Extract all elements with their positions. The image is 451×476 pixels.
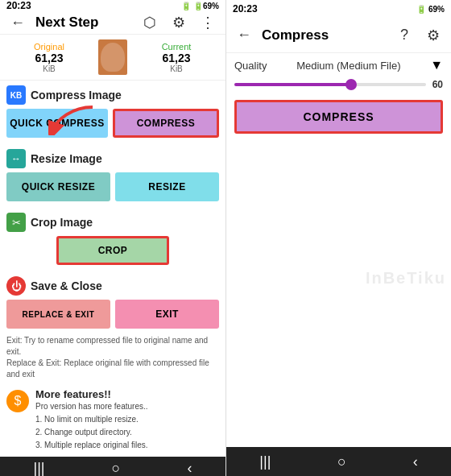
compress-button[interactable]: COMPRESS bbox=[113, 109, 219, 138]
avatar-face bbox=[101, 43, 125, 72]
save-buttons: REPLACE & EXIT EXIT bbox=[6, 300, 219, 329]
nav-home-left[interactable]: ○ bbox=[102, 457, 130, 476]
nav-back-right[interactable]: ‹ bbox=[403, 450, 428, 474]
compress-header: KB Compress Image bbox=[6, 85, 219, 105]
top-bar-left: ← Next Step ⬡ ⚙ ⋮ bbox=[0, 11, 226, 35]
resize-icon: ↔ bbox=[6, 149, 26, 168]
file-info-bar: Original 61,23 KiB Current 61,23 KiB bbox=[0, 35, 226, 81]
slider-thumb[interactable] bbox=[345, 79, 357, 90]
crop-title: Crop Image bbox=[31, 216, 93, 229]
status-bar-left: 20:23 🔋 🔋69% bbox=[0, 0, 226, 11]
original-info: Original 61,23 KiB bbox=[6, 42, 92, 73]
page-title-right: Compress bbox=[262, 27, 387, 43]
slider-row: 60 bbox=[226, 77, 451, 95]
more-item-0: Pro version has more features.. bbox=[35, 400, 148, 413]
slider-value: 60 bbox=[432, 79, 443, 90]
compress-button-right[interactable]: COMPRESS bbox=[234, 100, 443, 134]
crop-button[interactable]: CROP bbox=[56, 236, 169, 265]
original-label: Original bbox=[34, 42, 64, 52]
save-icon: ⏻ bbox=[6, 276, 26, 296]
replace-exit-button[interactable]: REPLACE & EXIT bbox=[6, 300, 110, 329]
battery-icon-left: 🔋 bbox=[181, 2, 191, 10]
current-unit: KiB bbox=[170, 64, 183, 73]
status-icons-right: 🔋 69% bbox=[416, 5, 445, 14]
current-label: Current bbox=[162, 42, 192, 52]
quality-slider-track[interactable] bbox=[234, 83, 426, 86]
slider-fill bbox=[234, 83, 350, 86]
quick-resize-button[interactable]: QUICK RESIZE bbox=[6, 172, 110, 201]
left-panel: 20:23 🔋 🔋69% ← Next Step ⬡ ⚙ ⋮ Original … bbox=[0, 0, 226, 476]
battery-pct-right: 69% bbox=[428, 5, 445, 14]
more-features-section: $ More features!! Pro version has more f… bbox=[0, 383, 226, 457]
avatar-thumbnail bbox=[98, 39, 127, 75]
nav-menu-left[interactable]: ||| bbox=[24, 457, 55, 476]
save-header: ⏻ Save & Close bbox=[6, 276, 219, 296]
time-left: 20:23 bbox=[6, 0, 31, 11]
resize-button[interactable]: RESIZE bbox=[115, 172, 219, 201]
resize-section: ↔ Resize Image QUICK RESIZE RESIZE bbox=[0, 144, 226, 205]
share-icon[interactable]: ⬡ bbox=[139, 11, 161, 34]
crop-icon: ✂ bbox=[6, 213, 26, 232]
nav-home-right[interactable]: ○ bbox=[328, 450, 356, 474]
more-icon[interactable]: ⋮ bbox=[197, 11, 219, 34]
watermark: InBeTiku bbox=[226, 266, 451, 320]
more-features-title: More features!! bbox=[35, 388, 148, 400]
settings-icon-left[interactable]: ⚙ bbox=[168, 11, 190, 34]
save-section: ⏻ Save & Close REPLACE & EXIT EXIT bbox=[0, 271, 226, 332]
bottom-nav-left: ||| ○ ‹ bbox=[0, 457, 226, 476]
right-panel: 20:23 🔋 69% ← Compress ? ⚙ Quality Mediu… bbox=[226, 0, 451, 476]
battery-pct-left: 🔋69% bbox=[193, 2, 219, 10]
crop-buttons: CROP bbox=[6, 236, 219, 265]
page-title-left: Next Step bbox=[35, 14, 132, 31]
crop-header: ✂ Crop Image bbox=[6, 213, 219, 232]
compress-section: KB Compress Image QUICK COMPRESS COMPRES… bbox=[0, 81, 226, 141]
more-item-2: 2. Change output directory. bbox=[35, 426, 148, 439]
current-size: 61,23 bbox=[162, 52, 190, 64]
original-unit: KiB bbox=[43, 64, 56, 73]
original-size: 61,23 bbox=[35, 52, 63, 64]
exit-note: Exit: Try to rename compressed file to o… bbox=[0, 332, 226, 383]
quick-compress-button[interactable]: QUICK COMPRESS bbox=[6, 109, 108, 138]
more-features-icon: $ bbox=[6, 390, 29, 412]
more-features-list: Pro version has more features.. 1. No li… bbox=[35, 400, 148, 452]
compress-icon: KB bbox=[6, 85, 26, 105]
nav-menu-right[interactable]: ||| bbox=[250, 450, 280, 474]
battery-icon-right: 🔋 bbox=[416, 5, 426, 14]
exit-button[interactable]: EXIT bbox=[115, 300, 219, 329]
quality-value: Medium (Medium File) bbox=[296, 60, 400, 72]
dropdown-icon[interactable]: ▼ bbox=[430, 58, 443, 72]
quality-label: Quality bbox=[234, 60, 267, 72]
resize-buttons: QUICK RESIZE RESIZE bbox=[6, 172, 219, 201]
compress-title: Compress Image bbox=[31, 89, 122, 101]
more-item-3: 3. Multiple replace original files. bbox=[35, 439, 148, 452]
quality-row: Quality Medium (Medium File) ▼ bbox=[226, 53, 451, 77]
status-icons-left: 🔋 🔋69% bbox=[181, 2, 219, 10]
time-right: 20:23 bbox=[233, 3, 258, 14]
nav-back-left[interactable]: ‹ bbox=[177, 457, 201, 476]
back-button-left[interactable]: ← bbox=[6, 11, 29, 34]
current-info: Current 61,23 KiB bbox=[134, 42, 219, 73]
settings-icon-right[interactable]: ⚙ bbox=[422, 24, 445, 47]
more-item-1: 1. No limit on multiple resize. bbox=[35, 413, 148, 426]
resize-title: Resize Image bbox=[31, 152, 102, 165]
more-features-content: More features!! Pro version has more fea… bbox=[35, 388, 148, 452]
bottom-nav-right: ||| ○ ‹ bbox=[226, 447, 451, 476]
resize-header: ↔ Resize Image bbox=[6, 149, 219, 168]
help-icon[interactable]: ? bbox=[393, 24, 416, 47]
crop-section: ✂ Crop Image CROP bbox=[0, 208, 226, 268]
top-bar-right: ← Compress ? ⚙ bbox=[226, 18, 451, 53]
save-title: Save & Close bbox=[31, 279, 102, 292]
status-bar-right: 20:23 🔋 69% bbox=[226, 0, 451, 18]
back-button-right[interactable]: ← bbox=[233, 24, 255, 47]
compress-buttons: QUICK COMPRESS COMPRESS bbox=[6, 109, 219, 138]
